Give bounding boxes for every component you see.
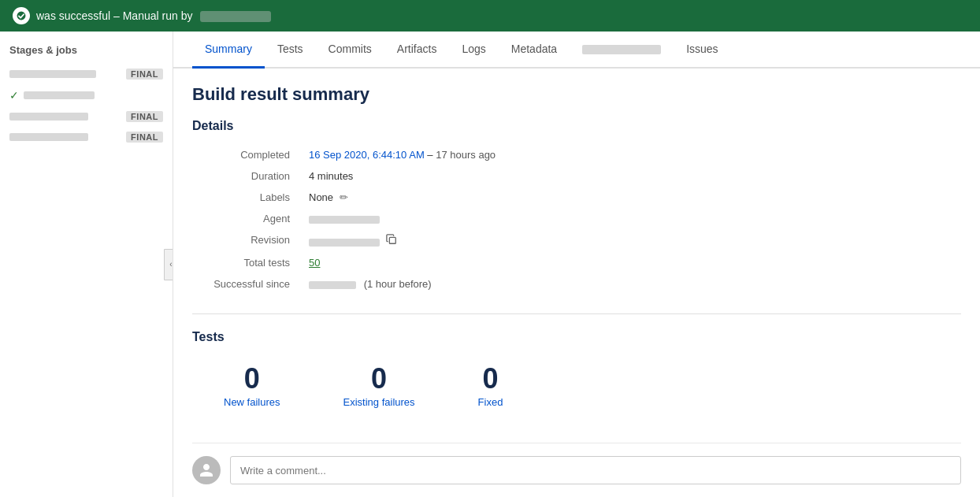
top-bar-text: was successful – Manual run by [36, 9, 271, 22]
completed-label: Completed [192, 144, 303, 165]
tab-artifacts[interactable]: Artifacts [384, 32, 450, 69]
details-section-title: Details [192, 119, 961, 133]
fixed-stat: 0 Fixed [478, 365, 503, 408]
new-failures-label[interactable]: New failures [224, 396, 280, 408]
duration-value: 4 minutes [303, 165, 961, 187]
labels-value: None ✏ [303, 187, 961, 208]
successful-since-label: Successful since [192, 273, 303, 295]
user-avatar [192, 456, 221, 484]
tests-section-title: Tests [192, 330, 961, 344]
svg-point-0 [17, 11, 26, 20]
completed-separator: – [427, 149, 436, 161]
successful-since-value: (1 hour before) [303, 273, 961, 295]
sidebar: Stages & jobs FINAL ✓ FINAL [0, 32, 173, 497]
success-icon [13, 7, 30, 24]
details-row-labels: Labels None ✏ [192, 187, 961, 208]
new-failures-stat: 0 New failures [224, 365, 280, 408]
tab-blurred-label [582, 45, 661, 54]
completed-relative: 17 hours ago [436, 149, 496, 161]
total-tests-link[interactable]: 50 [309, 257, 320, 269]
duration-label: Duration [192, 165, 303, 187]
tab-bar: Summary Tests Commits Artifacts Logs Met… [173, 32, 980, 69]
labels-edit-icon[interactable]: ✏ [340, 191, 348, 203]
sidebar-item-1-left [9, 70, 96, 78]
fixed-label[interactable]: Fixed [478, 396, 503, 408]
details-divider [192, 313, 961, 314]
sidebar-item-1-label [9, 70, 96, 78]
sidebar-item-4-label [9, 133, 88, 141]
comment-area [192, 443, 961, 497]
sidebar-item-2[interactable]: ✓ [0, 84, 173, 106]
existing-failures-stat: 0 Existing failures [343, 365, 415, 408]
sidebar-item-3[interactable]: FINAL [0, 106, 173, 127]
successful-since-suffix: (1 hour before) [364, 278, 432, 290]
successful-since-blurred [309, 281, 356, 289]
details-row-completed: Completed 16 Sep 2020, 6:44:10 AM – 17 h… [192, 144, 961, 165]
sidebar-item-3-badge: FINAL [126, 111, 163, 122]
tests-stats: 0 New failures 0 Existing failures 0 Fix… [192, 355, 961, 424]
tab-issues[interactable]: Issues [674, 32, 730, 69]
svg-rect-1 [389, 237, 395, 243]
sidebar-collapse-button[interactable]: ‹ [164, 249, 173, 280]
tab-metadata[interactable]: Metadata [499, 32, 570, 69]
tests-section: Tests 0 New failures 0 Existing failures… [192, 330, 961, 424]
revision-label: Revision [192, 229, 303, 252]
fixed-number: 0 [482, 365, 498, 393]
revision-value [303, 229, 961, 252]
sidebar-item-1-badge: FINAL [126, 69, 163, 80]
sidebar-item-4[interactable]: FINAL [0, 127, 173, 147]
top-bar: was successful – Manual run by [0, 0, 980, 32]
revision-value-blurred [309, 239, 380, 247]
sidebar-item-2-label [24, 91, 95, 99]
sidebar-title: Stages & jobs [0, 41, 173, 64]
tab-blurred[interactable] [570, 32, 674, 69]
labels-label: Labels [192, 187, 303, 208]
sidebar-check-icon: ✓ [9, 89, 19, 102]
details-table: Completed 16 Sep 2020, 6:44:10 AM – 17 h… [192, 144, 961, 295]
total-tests-value: 50 [303, 252, 961, 273]
sidebar-item-3-left [9, 113, 88, 121]
main-content: Summary Tests Commits Artifacts Logs Met… [173, 32, 980, 497]
new-failures-number: 0 [244, 365, 260, 393]
sidebar-item-1[interactable]: FINAL [0, 64, 173, 84]
success-label: was successful – Manual run by [36, 9, 192, 22]
content-area: Build result summary Details Completed 1… [173, 69, 980, 497]
completed-date-link[interactable]: 16 Sep 2020, 6:44:10 AM [309, 149, 425, 161]
sidebar-item-4-left [9, 133, 88, 141]
completed-value: 16 Sep 2020, 6:44:10 AM – 17 hours ago [303, 144, 961, 165]
details-row-total-tests: Total tests 50 [192, 252, 961, 273]
details-row-agent: Agent [192, 208, 961, 229]
total-tests-label: Total tests [192, 252, 303, 273]
details-row-successful-since: Successful since (1 hour before) [192, 273, 961, 295]
user-name-blurred [200, 11, 271, 22]
agent-value-blurred [309, 216, 380, 224]
main-layout: Stages & jobs FINAL ✓ FINAL [0, 32, 980, 497]
tab-commits[interactable]: Commits [316, 32, 384, 69]
existing-failures-number: 0 [371, 365, 387, 393]
sidebar-item-3-label [9, 113, 88, 121]
agent-value [303, 208, 961, 229]
sidebar-item-4-badge: FINAL [126, 132, 163, 143]
copy-revision-icon[interactable] [386, 234, 397, 247]
page-title: Build result summary [192, 84, 961, 105]
tab-summary[interactable]: Summary [192, 32, 265, 69]
tab-tests[interactable]: Tests [265, 32, 316, 69]
existing-failures-label[interactable]: Existing failures [343, 396, 415, 408]
details-row-revision: Revision [192, 229, 961, 252]
tab-logs[interactable]: Logs [449, 32, 498, 69]
labels-value-text: None [309, 191, 333, 203]
agent-label: Agent [192, 208, 303, 229]
sidebar-item-2-left: ✓ [9, 89, 95, 102]
details-row-duration: Duration 4 minutes [192, 165, 961, 187]
comment-input[interactable] [230, 456, 961, 484]
